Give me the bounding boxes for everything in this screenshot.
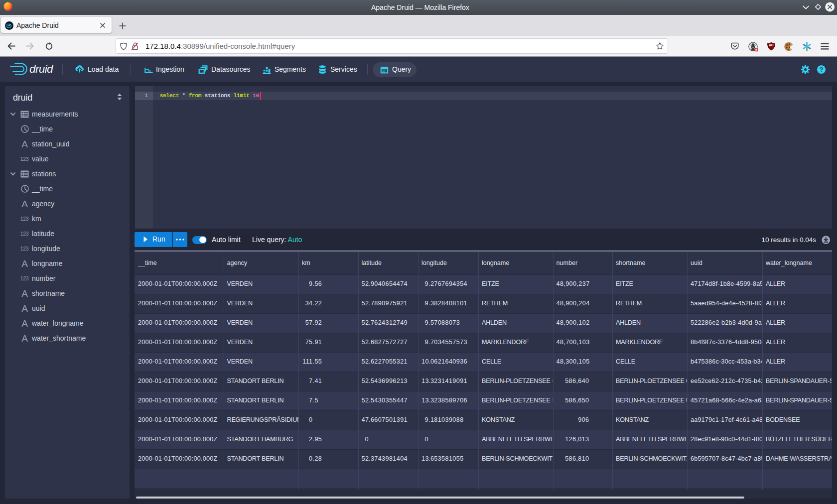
svg-text:?: ? [820,66,823,73]
svg-text:uO: uO [769,43,773,47]
